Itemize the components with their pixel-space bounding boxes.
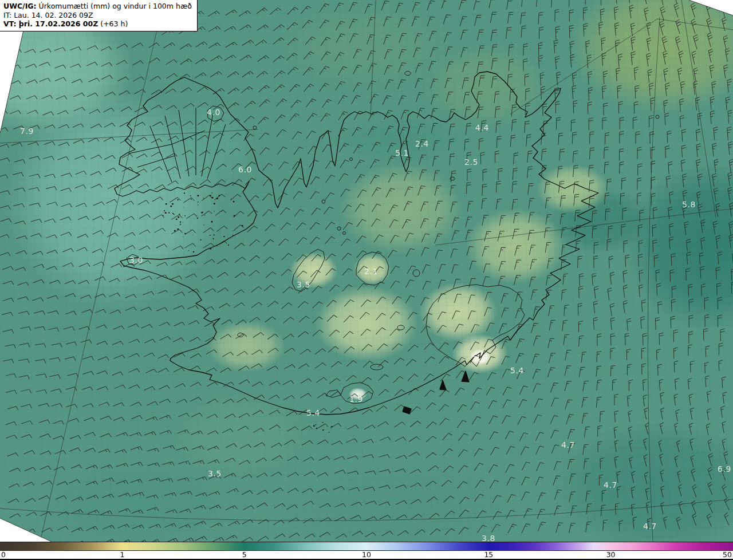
colorbar-tick: 15 <box>484 550 493 559</box>
weather-map-page: 7.94.06.05.12.44.42.55.83.03.52.11.35.41… <box>0 0 733 560</box>
colorbar-tick: 0 <box>1 550 6 559</box>
projection-corners <box>0 0 733 542</box>
colorbar-tick: 5 <box>242 550 247 559</box>
valid-time: VT: þri. 17.02.2026 00Z <box>3 19 98 28</box>
colorbar-tick: 30 <box>606 550 616 559</box>
colorbar-tick: 1 <box>120 550 124 559</box>
colorbar-tick: 10 <box>362 550 371 559</box>
valid-time-line: VT: þri. 17.02.2026 00Z (+63 h) <box>3 19 192 29</box>
product-code: UWC/IG: <box>3 2 37 10</box>
colorbar-gradient <box>0 542 733 551</box>
valid-offset: (+63 h) <box>100 19 128 28</box>
map-canvas: 7.94.06.05.12.44.42.55.83.03.52.11.35.41… <box>0 0 733 542</box>
map-overlay <box>0 0 733 542</box>
colorbar-tick-labels: 01510153050 <box>0 551 733 559</box>
colorbar-tick: 50 <box>723 550 732 559</box>
island-speckles <box>163 192 332 432</box>
init-time-line: IT: Lau. 14. 02. 2026 09Z <box>3 11 192 20</box>
product-title: Úrkomumætti (mm) og vindur i 100m hæð <box>39 2 192 10</box>
wind-barbs-layer <box>0 0 733 542</box>
graticule-lines <box>0 0 733 542</box>
title-box: UWC/IG: Úrkomumætti (mm) og vindur i 100… <box>0 0 198 31</box>
title-line: UWC/IG: Úrkomumætti (mm) og vindur i 100… <box>3 2 192 11</box>
